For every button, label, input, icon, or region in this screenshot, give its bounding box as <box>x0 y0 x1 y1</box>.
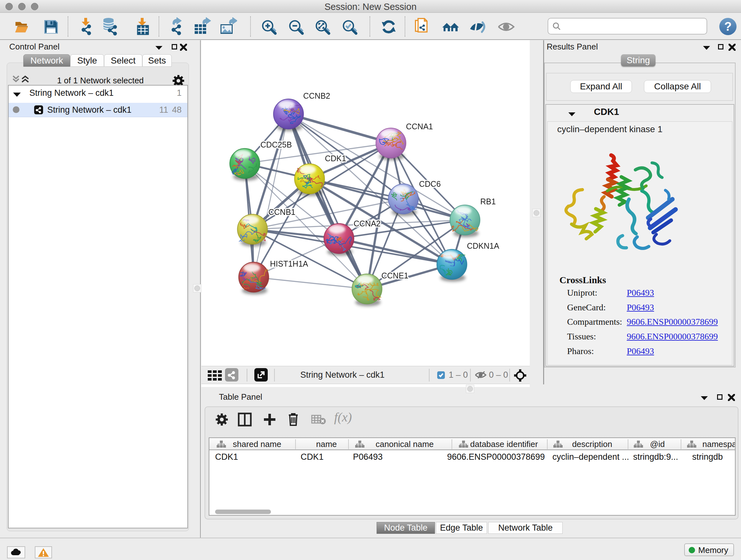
svg-text:CCNA2: CCNA2 <box>354 219 381 228</box>
svg-text:CDC25B: CDC25B <box>260 140 292 149</box>
svg-text:CDKN1A: CDKN1A <box>467 241 499 250</box>
svg-text:RB1: RB1 <box>480 197 496 206</box>
svg-text:CDC6: CDC6 <box>419 179 441 188</box>
svg-text:HIST1H1A: HIST1H1A <box>270 259 308 268</box>
svg-text:CDK1: CDK1 <box>325 154 346 163</box>
svg-text:CCNE1: CCNE1 <box>381 271 408 280</box>
svg-text:CCNB1: CCNB1 <box>268 207 295 216</box>
svg-text:CCNB2: CCNB2 <box>303 91 330 100</box>
svg-text:CCNA1: CCNA1 <box>406 122 433 131</box>
